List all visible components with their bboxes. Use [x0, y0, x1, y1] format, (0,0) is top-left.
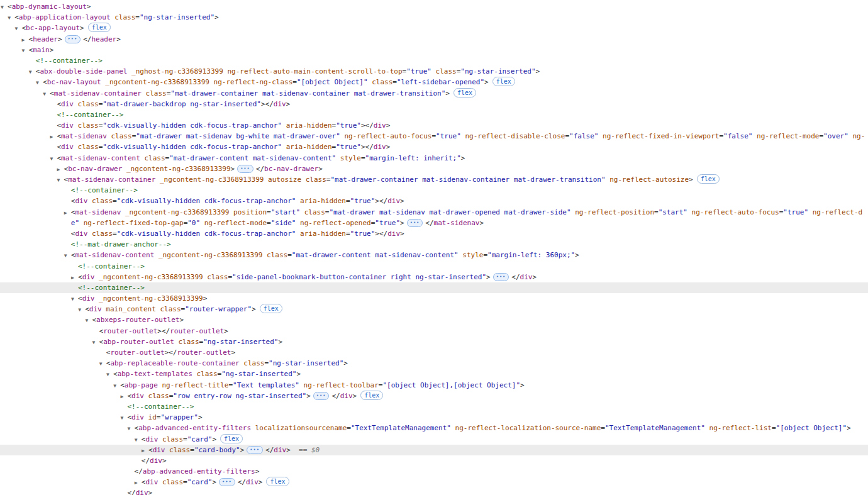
dom-tree-row[interactable]: <!--container-->: [0, 401, 868, 412]
tag-name: abp-dynamic-layout: [12, 3, 87, 11]
flex-badge[interactable]: flex: [360, 391, 383, 400]
dom-tree-row[interactable]: ▼<mat-sidenav-content _ngcontent-ng-c336…: [0, 250, 868, 260]
collapse-arrow-icon[interactable]: ▼: [120, 413, 127, 423]
collapse-arrow-icon[interactable]: ▼: [1, 2, 8, 12]
dom-tree-row[interactable]: ▶<mat-sidenav _ngcontent-ng-c3368913399 …: [0, 207, 868, 218]
dom-tree-row[interactable]: <router-outlet></router-outlet>: [0, 347, 868, 358]
expand-inline-icon[interactable]: •••: [237, 165, 253, 173]
collapse-arrow-icon[interactable]: ▼: [113, 381, 120, 391]
collapse-arrow-icon[interactable]: ▼: [22, 45, 29, 55]
dom-tree-row[interactable]: <!--mat-drawer-anchor-->: [0, 239, 868, 250]
expand-inline-icon[interactable]: •••: [219, 478, 235, 486]
flex-badge[interactable]: flex: [453, 88, 476, 97]
dom-tree-row[interactable]: <div class="cdk-visually-hidden cdk-focu…: [0, 120, 868, 131]
expand-inline-icon[interactable]: •••: [65, 35, 81, 43]
dom-tree-row[interactable]: ▼<bc-app-layout>flex: [0, 23, 868, 33]
dom-tree-row[interactable]: ▼<abp-replaceable-route-container class=…: [0, 358, 868, 369]
flex-badge[interactable]: flex: [266, 477, 289, 486]
dom-tree-row[interactable]: ▼<div main_content class="router-wrapper…: [0, 304, 868, 314]
dom-tree-row[interactable]: <!--container-->: [0, 185, 868, 196]
dom-tree-row[interactable]: ▶<mat-sidenav class="mat-drawer mat-side…: [0, 131, 868, 142]
dom-tree-row[interactable]: ▶<div _ngcontent-ng-c3368913399 class="s…: [0, 272, 868, 282]
dom-tree-row[interactable]: ▶<div class="card-body">•••</div> == $0: [0, 445, 868, 455]
dom-tree-row[interactable]: <!--container-->: [0, 261, 868, 272]
collapse-arrow-icon[interactable]: ▼: [50, 153, 57, 164]
dom-tree-row[interactable]: <!--container-->: [0, 55, 868, 66]
flex-badge[interactable]: flex: [492, 77, 515, 86]
collapse-arrow-icon[interactable]: ▼: [85, 315, 92, 325]
dom-tree-row[interactable]: ▼<abp-text-templates class="ng-star-inse…: [0, 369, 868, 379]
expand-arrow-icon[interactable]: ▶: [71, 272, 78, 282]
expand-arrow-icon[interactable]: ▶: [22, 35, 29, 45]
collapse-arrow-icon[interactable]: ▼: [29, 67, 36, 77]
dom-tree-row[interactable]: ▶<header>•••</header>: [0, 34, 868, 45]
expand-inline-icon[interactable]: •••: [407, 219, 423, 227]
dom-tree-row[interactable]: <div class="cdk-visually-hidden cdk-focu…: [0, 196, 868, 206]
dom-tree-row[interactable]: </div>: [0, 487, 868, 495]
expand-arrow-icon[interactable]: ▶: [64, 208, 71, 218]
punctuation: =: [346, 230, 350, 238]
dom-tree-row[interactable]: ▼<mat-sidenav-content class="mat-drawer-…: [0, 153, 868, 164]
attribute-name: aria-hidden: [282, 121, 331, 130]
flex-badge[interactable]: flex: [697, 174, 720, 184]
expand-arrow-icon[interactable]: ▶: [142, 445, 148, 455]
dom-tree-row[interactable]: ▼<main>: [0, 45, 868, 55]
dom-tree-row[interactable]: ▶<div class="row entry-row ng-star-inser…: [0, 391, 868, 401]
dom-tree-row[interactable]: ▶<div class="card">•••</div>flex: [0, 477, 868, 487]
collapse-arrow-icon[interactable]: ▼: [78, 304, 85, 314]
tag-name: div: [145, 435, 158, 443]
punctuation: </: [331, 392, 340, 400]
dom-tree-row[interactable]: ▼<abx-double-side-panel _nghost-ng-c3368…: [0, 66, 868, 77]
dom-tree-row[interactable]: ▼<abp-advanced-entity-filters localizati…: [0, 423, 868, 433]
punctuation: >: [484, 78, 489, 86]
flex-badge[interactable]: flex: [260, 304, 282, 313]
dom-tree-row[interactable]: ▼<abxeps-router-outlet>: [0, 314, 868, 325]
dom-tree-row[interactable]: ▼<mat-sidenav-container class="mat-drawe…: [0, 88, 868, 99]
expand-arrow-icon[interactable]: ▶: [135, 477, 142, 487]
collapse-arrow-icon[interactable]: ▼: [128, 423, 135, 433]
expand-inline-icon[interactable]: •••: [493, 273, 509, 281]
dom-tree-row[interactable]: ▼<div _ngcontent-ng-c3368913399>: [0, 293, 868, 304]
collapse-arrow-icon[interactable]: ▼: [92, 337, 99, 347]
expand-arrow-icon[interactable]: ▶: [57, 164, 64, 174]
dom-tree-row[interactable]: </abp-advanced-entity-filters>: [0, 466, 868, 477]
dom-tree-row[interactable]: ▼<bc-nav-layout _ngcontent-ng-c336891339…: [0, 77, 868, 87]
expand-arrow-icon[interactable]: ▶: [120, 391, 127, 401]
flex-badge[interactable]: flex: [220, 434, 243, 443]
collapse-arrow-icon[interactable]: ▼: [135, 435, 142, 445]
flex-badge[interactable]: flex: [88, 23, 111, 32]
expand-arrow-icon[interactable]: ▶: [50, 131, 57, 142]
collapse-arrow-icon[interactable]: ▼: [36, 77, 43, 87]
dom-tree-row[interactable]: <div class="cdk-visually-hidden cdk-focu…: [0, 142, 868, 152]
dom-tree-row[interactable]: e" ng-reflect-fixed-top-gap="0" ng-refle…: [0, 218, 868, 228]
tag-name: mat-sidenav: [434, 219, 480, 227]
collapse-arrow-icon[interactable]: ▼: [106, 369, 113, 379]
dom-tree-row[interactable]: ▼<abp-router-outlet class="ng-star-inser…: [0, 336, 868, 347]
dom-tree-row[interactable]: <!--container-->: [0, 282, 868, 293]
collapse-arrow-icon[interactable]: ▼: [64, 250, 71, 260]
dom-tree-row[interactable]: ▶<bc-nav-drawer _ngcontent-ng-c336891339…: [0, 164, 868, 174]
dom-tree-row[interactable]: </div>: [0, 455, 868, 466]
dom-tree-row[interactable]: ▼<abp-application-layout class="ng-star-…: [0, 12, 868, 23]
expand-inline-icon[interactable]: •••: [247, 446, 263, 454]
collapse-arrow-icon[interactable]: ▼: [8, 13, 14, 23]
dom-tree-row[interactable]: <!--container-->: [0, 109, 868, 120]
dom-tree-row[interactable]: ▼<abp-page ng-reflect-title="Text templa…: [0, 380, 868, 391]
dom-comment: <!--container-->: [78, 262, 145, 270]
dom-tree-row[interactable]: <div class="cdk-visually-hidden cdk-focu…: [0, 228, 868, 239]
collapse-arrow-icon[interactable]: ▼: [71, 294, 78, 304]
punctuation: >: [386, 143, 391, 151]
collapse-arrow-icon[interactable]: ▼: [43, 89, 50, 99]
dom-tree-row[interactable]: <div class="mat-drawer-backdrop ng-star-…: [0, 99, 868, 109]
collapse-arrow-icon[interactable]: ▼: [14, 23, 21, 33]
expand-inline-icon[interactable]: •••: [313, 392, 330, 400]
dom-tree-row[interactable]: ▼<abp-dynamic-layout>: [0, 1, 868, 12]
dom-tree-row[interactable]: ▼<div id="wrapper">: [0, 412, 868, 423]
attribute-name: aria-hidden: [296, 197, 345, 205]
collapse-arrow-icon[interactable]: ▼: [57, 175, 64, 185]
dom-tree-row[interactable]: ▼<mat-sidenav-container _ngcontent-ng-c3…: [0, 174, 868, 185]
collapse-arrow-icon[interactable]: ▼: [99, 359, 106, 369]
dom-tree-row[interactable]: ▼<div class="card">flex: [0, 434, 868, 445]
attribute-name: ng-reflect-auto-main-content-scroll-to-t…: [223, 67, 403, 75]
dom-tree-row[interactable]: <router-outlet></router-outlet>: [0, 326, 868, 336]
